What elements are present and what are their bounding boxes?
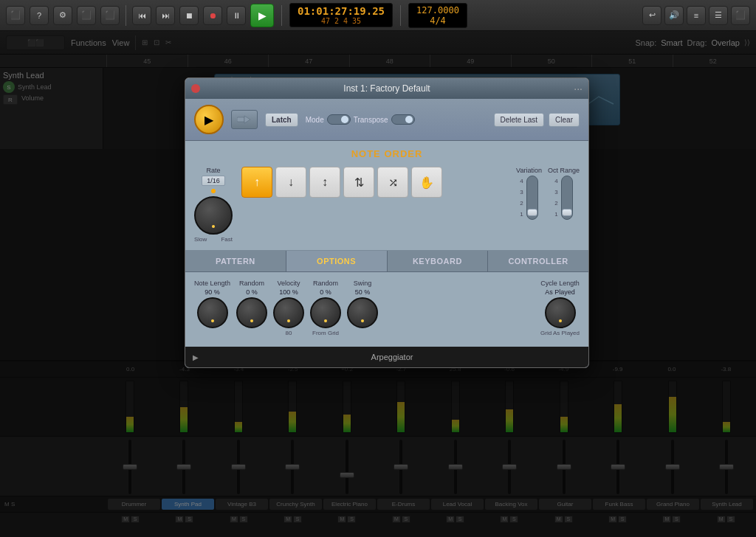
rate-label: Rate [206, 167, 220, 174]
transpose-toggle[interactable] [391, 114, 415, 125]
knob-dot-6 [559, 319, 562, 322]
mode-section: Mode Transpose [306, 114, 415, 125]
knob-dot-5 [361, 319, 364, 322]
note-length-value: 90 % [205, 288, 220, 296]
transpose-toggle-knob [405, 116, 413, 123]
svg-rect-0 [237, 117, 244, 122]
tab-pattern[interactable]: PATTERN [185, 251, 286, 271]
cycle-knob[interactable] [545, 297, 576, 328]
toolbar-btn-mixer[interactable]: ⬛ [77, 6, 96, 25]
slow-fast-labels: Slow Fast [194, 236, 233, 243]
cycle-sub: Grid As Played [540, 330, 580, 336]
bottom-arrow[interactable]: ▶ [193, 353, 199, 361]
tabs-section: PATTERN OPTIONS KEYBOARD CONTROLLER [185, 251, 588, 272]
random-col: Random 0 % [236, 280, 267, 328]
note-btn-down[interactable]: ↓ [275, 167, 306, 198]
swing-value: 50 % [355, 288, 371, 296]
knob-dot-3 [287, 319, 290, 322]
arpeggiator-play-button[interactable]: ▶ [194, 105, 224, 134]
forward-button[interactable]: ⏭ [156, 6, 175, 25]
play-icon: ▶ [205, 113, 213, 127]
note-length-knob[interactable] [197, 297, 228, 328]
variation-slider[interactable] [526, 176, 538, 220]
random-vel-sub: From Grid [312, 330, 339, 336]
tab-options[interactable]: OPTIONS [286, 251, 388, 271]
note-length-label: Note Length [194, 280, 230, 287]
plugin-bottom: ▶ Arpeggiator [185, 347, 588, 367]
random-label: Random [239, 280, 264, 287]
mode-toggle[interactable] [327, 114, 351, 125]
velocity-sub: 80 [286, 330, 292, 336]
note-btn-asplayed[interactable]: ✋ [411, 167, 442, 198]
toolbar-right-3[interactable]: ≡ [687, 6, 706, 25]
oct-range-numbers: 4321 [554, 176, 557, 220]
variation-label: Variation [516, 167, 542, 174]
swing-knob[interactable] [347, 297, 378, 328]
latch-button[interactable]: Latch [265, 113, 298, 127]
note-pattern-buttons: ↑ ↓ ↕ ⇅ ⤮ ✋ [241, 167, 507, 198]
toolbar-btn-5[interactable]: ⬛ [100, 6, 120, 25]
delete-last-button[interactable]: Delete Last [494, 113, 545, 127]
note-length-col: Note Length 90 % [194, 280, 230, 328]
tab-keyboard[interactable]: KEYBOARD [388, 251, 489, 271]
random-vel-col: Random 0 % From Grid [310, 280, 341, 336]
svg-marker-1 [244, 116, 250, 123]
titlebar-menu[interactable]: ··· [574, 83, 583, 94]
toolbar-right-1[interactable]: ↩ [642, 6, 662, 25]
knob-indicator [212, 225, 215, 228]
record-button[interactable]: ⏺ [203, 6, 222, 25]
cycle-length-col: Cycle Length As Played Grid As Played [540, 280, 580, 336]
random-knob[interactable] [236, 297, 267, 328]
variation-section: Variation 4321 Oct Range 4321 [516, 167, 580, 220]
rewind-button[interactable]: ⏮ [132, 6, 151, 25]
slow-label: Slow [194, 236, 207, 243]
knob-dot-2 [250, 319, 253, 322]
play-button[interactable]: ▶ [250, 4, 274, 27]
note-order-title: NOTE ORDER [194, 148, 580, 159]
note-btn-updown[interactable]: ↕ [309, 167, 340, 198]
toolbar-btn-help[interactable]: ? [30, 6, 49, 25]
rate-control: Rate 1/16 Slow Fast [194, 167, 233, 243]
options-row: Note Length 90 % Random 0 % Velocity 100… [194, 280, 580, 336]
toolbar-btn-settings[interactable]: ⚙ [53, 6, 72, 25]
velocity-col: Velocity 100 % 80 [273, 280, 304, 336]
note-btn-downup[interactable]: ⇅ [343, 167, 374, 198]
rate-indicator [211, 189, 216, 193]
swing-label: Swing [354, 280, 372, 287]
toolbar-right-2[interactable]: 🔊 [664, 6, 684, 25]
fast-label: Fast [221, 236, 233, 243]
cycle-label: Cycle Length [540, 280, 580, 287]
toolbar-right-4[interactable]: ☰ [709, 6, 728, 25]
clear-button[interactable]: Clear [549, 113, 580, 127]
oct-range-slider[interactable] [561, 176, 573, 220]
rate-value[interactable]: 1/16 [202, 176, 225, 186]
top-toolbar: ⬛ ? ⚙ ⬛ ⬛ ⏮ ⏭ ⏹ ⏺ ⏸ ▶ 01:01:27:19.25 47 … [0, 0, 756, 31]
close-button[interactable] [191, 84, 200, 93]
pause-button[interactable]: ⏸ [227, 6, 246, 25]
plugin-top-controls: ▶ Latch Mode Transpose Delete Last Clear [185, 99, 588, 141]
tempo-display[interactable]: 127.0000 4/4 [408, 3, 467, 28]
mode-label: Mode [306, 116, 324, 124]
toolbar-right-5[interactable]: ⬛ [731, 6, 750, 25]
plugin-window: Inst 1: Factory Default ··· ▶ Latch Mode… [185, 77, 589, 368]
stop-button[interactable]: ⏹ [179, 6, 199, 25]
random-vel-label: Random [313, 280, 338, 287]
tab-controller[interactable]: CONTROLLER [488, 251, 588, 271]
random-vel-knob[interactable] [310, 297, 341, 328]
knob-dot-4 [324, 319, 327, 322]
options-panel: Note Length 90 % Random 0 % Velocity 100… [185, 272, 588, 347]
rate-knob[interactable] [194, 196, 233, 235]
velocity-value: 100 % [279, 288, 298, 296]
toolbar-btn-1[interactable]: ⬛ [6, 6, 25, 25]
swing-col: Swing 50 % [347, 280, 378, 328]
velocity-label: Velocity [278, 280, 300, 287]
velocity-knob[interactable] [273, 297, 304, 328]
variation-thumb [527, 209, 537, 216]
note-btn-random[interactable]: ⤮ [377, 167, 408, 198]
plugin-top-right-buttons: Delete Last Clear [494, 113, 580, 127]
record-icon[interactable] [231, 110, 258, 129]
variation-numbers: 4321 [520, 176, 523, 220]
note-btn-up[interactable]: ↑ [241, 167, 272, 198]
plugin-title: Inst 1: Factory Default [343, 83, 430, 94]
oct-range-thumb [562, 209, 572, 216]
